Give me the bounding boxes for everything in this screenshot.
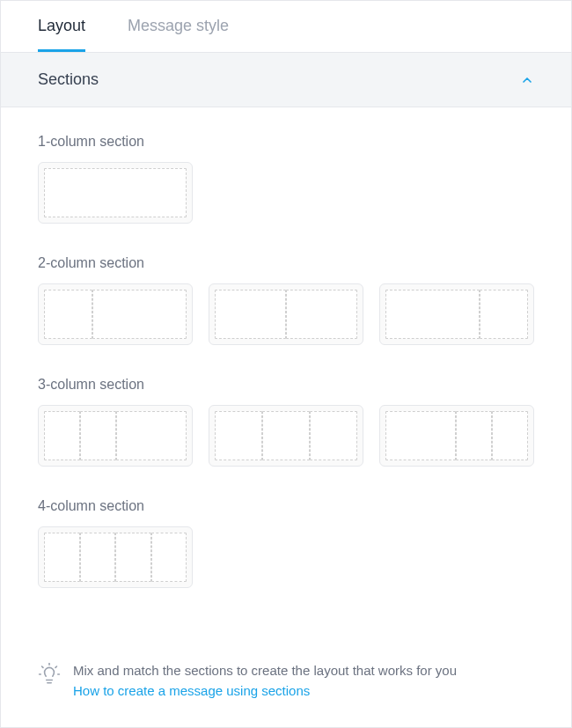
layout-col	[310, 411, 357, 460]
tab-layout[interactable]: Layout	[38, 1, 85, 52]
svg-line-1	[42, 666, 43, 667]
layout-col	[385, 411, 456, 460]
layouts-row-1col	[38, 162, 534, 224]
layout-col	[92, 290, 187, 339]
tab-bar: Layout Message style	[1, 1, 571, 53]
section-label-4col: 4-column section	[38, 498, 534, 514]
sections-panel-header[interactable]: Sections	[1, 53, 571, 107]
layout-col	[44, 290, 92, 339]
layout-editor-panel: Layout Message style Sections 1-column s…	[0, 0, 572, 728]
section-group-2col: 2-column section	[38, 255, 534, 345]
layout-2col-right-narrow[interactable]	[379, 283, 534, 345]
layout-col	[456, 411, 492, 460]
layout-1col[interactable]	[38, 162, 193, 224]
layout-col	[262, 411, 310, 460]
layouts-row-4col	[38, 526, 534, 588]
svg-line-2	[55, 666, 56, 667]
layout-col	[480, 290, 528, 339]
layout-col	[115, 533, 151, 582]
layout-col	[215, 411, 262, 460]
layout-col	[80, 411, 116, 460]
section-group-1col: 1-column section	[38, 134, 534, 224]
layout-col	[116, 411, 187, 460]
layout-3col-equal[interactable]	[209, 405, 363, 467]
tab-message-style[interactable]: Message style	[128, 1, 229, 52]
sections-panel-body: 1-column section 2-column section	[1, 107, 571, 643]
layout-col	[44, 168, 187, 217]
layout-col	[492, 411, 528, 460]
layout-2col-left-narrow[interactable]	[38, 283, 193, 345]
layout-2col-equal[interactable]	[209, 283, 363, 345]
layouts-row-2col	[38, 283, 534, 345]
layout-3col-right-wide[interactable]	[38, 405, 193, 467]
layout-col	[80, 533, 116, 582]
tip-link[interactable]: How to create a message using sections	[73, 681, 457, 702]
footer-tip: Mix and match the sections to create the…	[1, 643, 571, 727]
chevron-up-icon	[520, 73, 534, 87]
layout-col	[151, 533, 187, 582]
section-label-2col: 2-column section	[38, 255, 534, 271]
layout-col	[385, 290, 480, 339]
section-label-3col: 3-column section	[38, 377, 534, 393]
tip-text: Mix and match the sections to create the…	[73, 661, 457, 701]
sections-panel-title: Sections	[38, 70, 99, 89]
layout-col	[44, 533, 80, 582]
layouts-row-3col	[38, 405, 534, 467]
layout-col	[44, 411, 80, 460]
layout-col	[215, 290, 286, 339]
lightbulb-icon	[38, 663, 61, 689]
section-group-4col: 4-column section	[38, 498, 534, 588]
section-group-3col: 3-column section	[38, 377, 534, 467]
section-label-1col: 1-column section	[38, 134, 534, 150]
tip-message: Mix and match the sections to create the…	[73, 663, 457, 678]
layout-col	[286, 290, 357, 339]
layout-4col-equal[interactable]	[38, 526, 193, 588]
layout-3col-left-wide[interactable]	[379, 405, 534, 467]
